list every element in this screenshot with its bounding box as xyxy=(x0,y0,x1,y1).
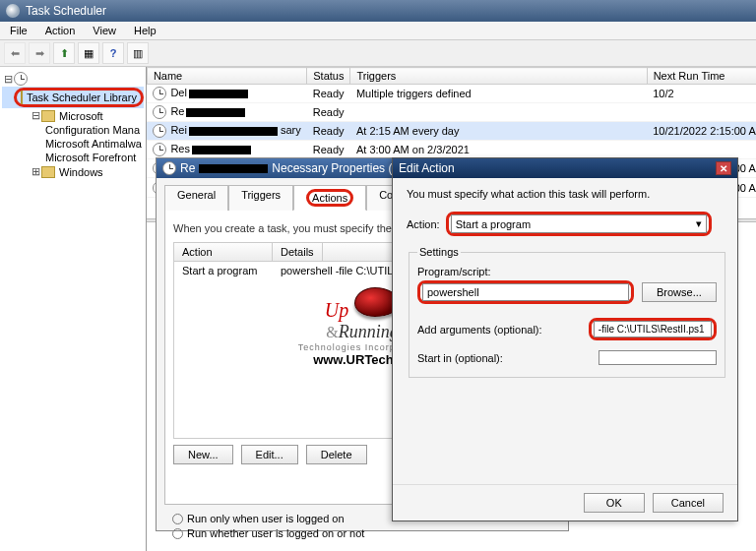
settings-group: Settings Program/script: powershell Brow… xyxy=(409,246,725,378)
logo-up: Up xyxy=(325,299,348,321)
col-name[interactable]: Name xyxy=(147,68,306,85)
tab-actions-label: Actions xyxy=(306,189,353,207)
action-label: Action: xyxy=(407,218,440,230)
col-action: Action xyxy=(174,243,273,261)
tree-label: Microsoft Forefront xyxy=(45,152,136,163)
menubar: File Action View Help xyxy=(0,22,756,40)
toolbar: ⬅ ➡ ⬆ ▦ ? ▥ xyxy=(0,40,756,67)
tab-actions[interactable]: Actions xyxy=(293,185,366,211)
folder-icon xyxy=(41,110,55,122)
col-status[interactable]: Status xyxy=(307,68,350,85)
edit-action-hint: You must specify what action this task w… xyxy=(407,188,724,200)
tree-label: Task Scheduler Library xyxy=(27,92,137,103)
folder-icon xyxy=(41,166,55,178)
table-row[interactable]: ReReady xyxy=(147,103,756,122)
tree-root-dummy[interactable]: ⊟ xyxy=(2,71,144,87)
menu-view[interactable]: View xyxy=(89,24,120,37)
help-button[interactable]: ? xyxy=(102,42,124,64)
arguments-input[interactable]: -file C:\UTILS\RestII.ps1 xyxy=(594,321,712,337)
edit-button[interactable]: Edit... xyxy=(241,445,298,464)
radio-whether[interactable]: Run whether user is logged on or not xyxy=(172,527,568,539)
startin-input[interactable] xyxy=(598,350,717,365)
navigation-tree[interactable]: ⊟ Task Scheduler Library ⊟Microsoft Conf… xyxy=(0,67,147,551)
new-button[interactable]: New... xyxy=(173,445,233,464)
tab-triggers[interactable]: Triggers xyxy=(228,185,293,211)
tree-label: Microsoft Antimalwa xyxy=(45,138,142,150)
tree-task-scheduler-library[interactable]: Task Scheduler Library xyxy=(2,87,144,108)
tree-item[interactable]: Configuration Mana xyxy=(2,123,144,137)
tree-item[interactable]: ⊞Windows xyxy=(2,164,144,179)
scheduler-icon xyxy=(14,72,28,86)
tab-general[interactable]: General xyxy=(164,185,228,211)
table-row[interactable]: Rei saryReadyAt 2:15 AM every day10/21/2… xyxy=(147,122,756,141)
back-button[interactable]: ⬅ xyxy=(4,42,26,64)
edit-action-dialog: Edit Action ✕ You must specify what acti… xyxy=(392,157,738,521)
tree-item[interactable]: Microsoft Forefront xyxy=(2,151,144,164)
browse-button[interactable]: Browse... xyxy=(642,282,717,302)
ok-button[interactable]: OK xyxy=(584,493,645,513)
action-select[interactable]: Start a program ▾ xyxy=(451,214,707,233)
refresh-button[interactable]: ▦ xyxy=(78,42,99,64)
window-title: Task Scheduler xyxy=(26,4,106,18)
properties-title: Necessary Properties (Loc xyxy=(272,161,410,175)
radio-icon xyxy=(172,528,183,539)
chevron-down-icon: ▾ xyxy=(696,217,702,230)
tree-label: Microsoft xyxy=(59,110,103,122)
table-row[interactable]: ResReadyAt 3:00 AM on 2/3/20212/3 xyxy=(147,141,756,159)
tree-item[interactable]: ⊟Microsoft xyxy=(2,108,144,123)
cancel-button[interactable]: Cancel xyxy=(653,493,724,513)
program-input[interactable]: powershell xyxy=(422,283,629,301)
settings-legend: Settings xyxy=(417,246,461,258)
edit-action-title: Edit Action xyxy=(399,161,455,175)
logo-running: Running xyxy=(339,322,399,341)
tree-item[interactable]: Microsoft Antimalwa xyxy=(2,137,144,151)
col-details: Details xyxy=(273,243,323,261)
table-row[interactable]: DelReadyMultiple triggers defined10/2 xyxy=(147,85,756,103)
scheduler-icon xyxy=(162,161,176,175)
tree-label: Windows xyxy=(59,166,103,178)
program-label: Program/script: xyxy=(417,266,717,277)
col-next[interactable]: Next Run Time xyxy=(647,68,756,85)
titlebar: Task Scheduler xyxy=(0,0,756,22)
startin-label: Start in (optional): xyxy=(417,352,503,364)
tiles-button[interactable]: ▥ xyxy=(127,42,149,64)
up-button[interactable]: ⬆ xyxy=(53,42,75,64)
app-icon xyxy=(6,4,20,18)
col-triggers[interactable]: Triggers xyxy=(350,68,647,85)
menu-help[interactable]: Help xyxy=(130,24,160,37)
close-icon[interactable]: ✕ xyxy=(716,161,731,175)
arguments-label: Add arguments (optional): xyxy=(417,324,542,336)
folder-icon xyxy=(21,91,23,104)
forward-button[interactable]: ➡ xyxy=(29,42,50,64)
delete-button[interactable]: Delete xyxy=(306,445,367,464)
menu-file[interactable]: File xyxy=(6,24,32,37)
menu-action[interactable]: Action xyxy=(41,24,80,37)
tree-label: Configuration Mana xyxy=(45,124,140,136)
action-value: Start a program xyxy=(174,262,273,279)
edit-action-titlebar[interactable]: Edit Action ✕ xyxy=(393,158,737,178)
radio-icon xyxy=(172,514,183,524)
